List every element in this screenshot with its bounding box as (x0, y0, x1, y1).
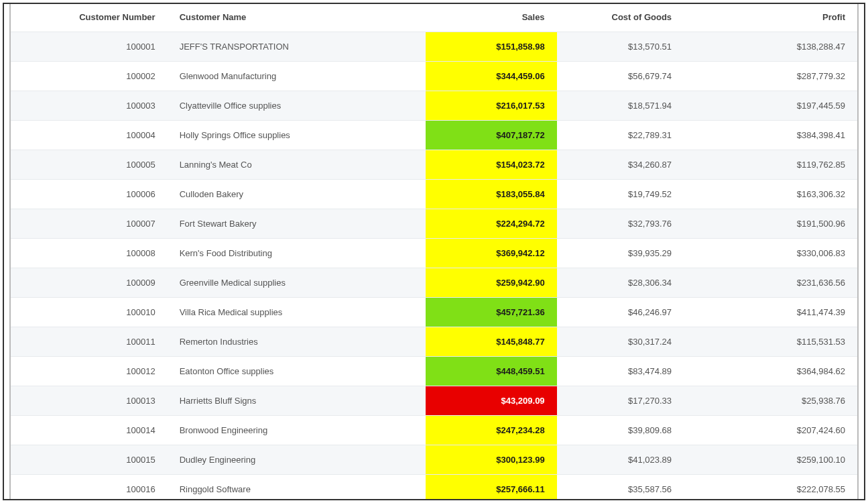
table-row[interactable]: 100009Greenville Medical supplies$259,94… (11, 268, 857, 298)
cell-sales: $145,848.77 (426, 327, 557, 357)
report-frame-inner: Customer Number Customer Name Sales Cost… (9, 4, 859, 499)
table-row[interactable]: 100005Lanning's Meat Co$154,023.72$34,26… (11, 150, 857, 180)
cell-profit: $384,398.41 (684, 121, 857, 150)
cell-customer-name: Culloden Bakery (168, 180, 426, 209)
cell-customer-name: Eatonton Office supplies (168, 357, 426, 386)
cell-sales: $457,721.36 (426, 298, 557, 327)
cell-cost-of-goods: $83,474.89 (557, 357, 684, 386)
cell-cost-of-goods: $46,246.97 (557, 298, 684, 327)
cell-customer-name: Greenville Medical supplies (168, 268, 426, 298)
table-row[interactable]: 100006Culloden Bakery$183,055.84$19,749.… (11, 180, 857, 209)
report-frame: Customer Number Customer Name Sales Cost… (3, 3, 865, 500)
cell-cost-of-goods: $39,935.29 (557, 239, 684, 268)
col-header-customer-name[interactable]: Customer Name (168, 4, 426, 32)
cell-cost-of-goods: $19,749.52 (557, 180, 684, 209)
cell-customer-name: Glenwood Manufacturing (168, 62, 426, 91)
table-row[interactable]: 100011Remerton Industries$145,848.77$30,… (11, 327, 857, 357)
cell-customer-number: 100016 (11, 475, 168, 500)
cell-profit: $330,006.83 (684, 239, 857, 268)
cell-sales: $257,666.11 (426, 475, 557, 500)
col-header-customer-number[interactable]: Customer Number (11, 4, 168, 32)
cell-customer-number: 100014 (11, 416, 168, 445)
table-row[interactable]: 100004Holly Springs Office supplies$407,… (11, 121, 857, 150)
cell-profit: $119,762.85 (684, 150, 857, 180)
col-header-cost-of-goods[interactable]: Cost of Goods (557, 4, 684, 32)
cell-cost-of-goods: $28,306.34 (557, 268, 684, 298)
cell-customer-number: 100012 (11, 357, 168, 386)
cell-sales: $224,294.72 (426, 209, 557, 239)
cell-customer-number: 100003 (11, 91, 168, 121)
cell-cost-of-goods: $13,570.51 (557, 32, 684, 62)
cell-profit: $231,636.56 (684, 268, 857, 298)
cell-cost-of-goods: $18,571.94 (557, 91, 684, 121)
customer-sales-table: Customer Number Customer Name Sales Cost… (11, 4, 857, 499)
cell-customer-name: JEFF'S TRANSPORTATION (168, 32, 426, 62)
cell-customer-number: 100001 (11, 32, 168, 62)
table-row[interactable]: 100015Dudley Engineering$300,123.99$41,0… (11, 445, 857, 475)
cell-sales: $407,187.72 (426, 121, 557, 150)
report-scroll-area[interactable]: Customer Number Customer Name Sales Cost… (11, 4, 857, 499)
table-row[interactable]: 100001JEFF'S TRANSPORTATION$151,858.98$1… (11, 32, 857, 62)
cell-customer-name: Villa Rica Medical supplies (168, 298, 426, 327)
cell-cost-of-goods: $56,679.74 (557, 62, 684, 91)
cell-customer-number: 100004 (11, 121, 168, 150)
col-header-sales[interactable]: Sales (426, 4, 557, 32)
cell-customer-name: Holly Springs Office supplies (168, 121, 426, 150)
cell-customer-name: Fort Stewart Bakery (168, 209, 426, 239)
cell-cost-of-goods: $41,023.89 (557, 445, 684, 475)
cell-profit: $222,078.55 (684, 475, 857, 500)
cell-profit: $163,306.32 (684, 180, 857, 209)
cell-customer-number: 100002 (11, 62, 168, 91)
cell-customer-number: 100013 (11, 386, 168, 416)
cell-customer-number: 100010 (11, 298, 168, 327)
cell-profit: $25,938.76 (684, 386, 857, 416)
cell-customer-name: Lanning's Meat Co (168, 150, 426, 180)
cell-customer-name: Kern's Food Distributing (168, 239, 426, 268)
cell-cost-of-goods: $34,260.87 (557, 150, 684, 180)
cell-profit: $207,424.60 (684, 416, 857, 445)
cell-cost-of-goods: $30,317.24 (557, 327, 684, 357)
table-row[interactable]: 100003Clyatteville Office supplies$216,0… (11, 91, 857, 121)
cell-customer-number: 100015 (11, 445, 168, 475)
cell-profit: $411,474.39 (684, 298, 857, 327)
cell-sales: $344,459.06 (426, 62, 557, 91)
cell-sales: $43,209.09 (426, 386, 557, 416)
cell-customer-name: Remerton Industries (168, 327, 426, 357)
cell-cost-of-goods: $32,793.76 (557, 209, 684, 239)
cell-sales: $369,942.12 (426, 239, 557, 268)
cell-sales: $183,055.84 (426, 180, 557, 209)
table-row[interactable]: 100012Eatonton Office supplies$448,459.5… (11, 357, 857, 386)
table-row[interactable]: 100007Fort Stewart Bakery$224,294.72$32,… (11, 209, 857, 239)
cell-customer-number: 100011 (11, 327, 168, 357)
cell-customer-name: Harrietts Bluff Signs (168, 386, 426, 416)
table-header-row: Customer Number Customer Name Sales Cost… (11, 4, 857, 32)
cell-customer-name: Dudley Engineering (168, 445, 426, 475)
cell-customer-number: 100006 (11, 180, 168, 209)
cell-sales: $216,017.53 (426, 91, 557, 121)
cell-sales: $247,234.28 (426, 416, 557, 445)
cell-sales: $259,942.90 (426, 268, 557, 298)
table-row[interactable]: 100010Villa Rica Medical supplies$457,72… (11, 298, 857, 327)
cell-profit: $364,984.62 (684, 357, 857, 386)
table-row[interactable]: 100013Harrietts Bluff Signs$43,209.09$17… (11, 386, 857, 416)
cell-sales: $448,459.51 (426, 357, 557, 386)
cell-customer-number: 100007 (11, 209, 168, 239)
col-header-profit[interactable]: Profit (684, 4, 857, 32)
table-row[interactable]: 100008Kern's Food Distributing$369,942.1… (11, 239, 857, 268)
cell-sales: $300,123.99 (426, 445, 557, 475)
cell-profit: $115,531.53 (684, 327, 857, 357)
cell-profit: $191,500.96 (684, 209, 857, 239)
cell-customer-number: 100008 (11, 239, 168, 268)
table-body: 100001JEFF'S TRANSPORTATION$151,858.98$1… (11, 32, 857, 500)
cell-profit: $287,779.32 (684, 62, 857, 91)
table-row[interactable]: 100016Ringgold Software$257,666.11$35,58… (11, 475, 857, 500)
cell-cost-of-goods: $17,270.33 (557, 386, 684, 416)
cell-profit: $138,288.47 (684, 32, 857, 62)
cell-sales: $151,858.98 (426, 32, 557, 62)
table-row[interactable]: 100002Glenwood Manufacturing$344,459.06$… (11, 62, 857, 91)
cell-profit: $197,445.59 (684, 91, 857, 121)
cell-customer-name: Bronwood Engineering (168, 416, 426, 445)
cell-customer-number: 100009 (11, 268, 168, 298)
table-row[interactable]: 100014Bronwood Engineering$247,234.28$39… (11, 416, 857, 445)
cell-cost-of-goods: $35,587.56 (557, 475, 684, 500)
